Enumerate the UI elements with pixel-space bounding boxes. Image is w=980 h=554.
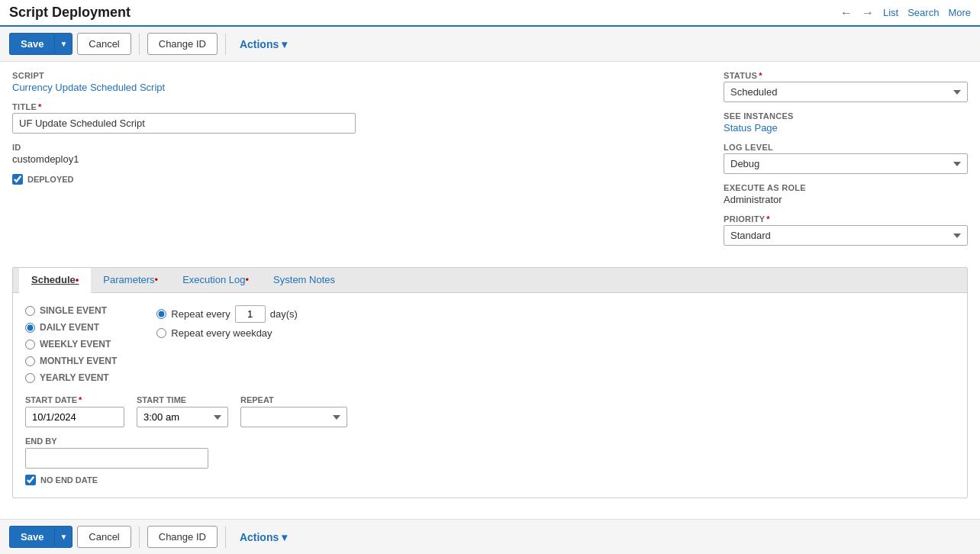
execute-as-field: EXECUTE AS ROLE Administrator (724, 183, 968, 205)
more-link[interactable]: More (948, 7, 971, 18)
repeat-weekday-radio[interactable] (156, 328, 166, 338)
schedule-date-time-fields: START DATE* START TIME 3:00 am 12:00 am … (25, 395, 955, 427)
monthly-event-option: MONTHLY EVENT (25, 356, 117, 366)
end-by-input[interactable] (25, 448, 208, 469)
daily-event-option: DAILY EVENT (25, 322, 117, 333)
repeat-unit: day(s) (270, 308, 298, 320)
id-value: customdeploy1 (12, 153, 708, 165)
priority-label: PRIORITY* (724, 214, 968, 224)
start-date-label: START DATE* (25, 395, 124, 404)
start-time-label: START TIME (137, 395, 228, 404)
execute-as-value: Administrator (724, 194, 968, 205)
change-id-button[interactable]: Change ID (147, 33, 218, 55)
script-field: SCRIPT Currency Update Scheduled Script (12, 71, 708, 93)
form-right: STATUS* Scheduled Not Scheduled Testing … (724, 71, 968, 255)
status-label: STATUS* (724, 71, 968, 80)
weekly-event-label: WEEKLY EVENT (40, 339, 111, 349)
deployed-label: DEPLOYED (27, 175, 74, 184)
event-type-group: SINGLE EVENT DAILY EVENT WEEKLY EVENT (25, 305, 117, 383)
repeat-weekday-row: Repeat every weekday (156, 327, 297, 339)
start-date-field: START DATE* (25, 395, 124, 427)
start-date-input[interactable] (25, 407, 124, 427)
page-title: Script Deployment (9, 5, 131, 21)
single-event-radio[interactable] (25, 306, 35, 316)
yearly-event-label: YEARLY EVENT (40, 372, 109, 383)
single-event-option: SINGLE EVENT (25, 305, 117, 316)
end-by-section: END BY NO END DATE (25, 436, 955, 485)
save-dropdown-arrow[interactable]: ▼ (54, 33, 73, 55)
repeat-weekday-label: Repeat every weekday (171, 327, 272, 339)
id-field: ID customdeploy1 (12, 143, 708, 165)
daily-event-label: DAILY EVENT (40, 322, 99, 333)
daily-options: Repeat every day(s) Repeat every weekday (156, 305, 297, 395)
title-input[interactable] (12, 113, 356, 134)
tabs-body: SINGLE EVENT DAILY EVENT WEEKLY EVENT (13, 293, 967, 498)
deployed-checkbox[interactable] (12, 174, 23, 185)
save-button[interactable]: Save (9, 33, 54, 55)
yearly-event-radio[interactable] (25, 373, 35, 383)
tab-schedule[interactable]: Schedule• (19, 268, 91, 293)
form-section: SCRIPT Currency Update Scheduled Script … (12, 71, 968, 255)
status-page-link[interactable]: Status Page (724, 122, 778, 134)
tabs-container: Schedule• Parameters• Execution Log• Sys… (12, 267, 968, 498)
repeat-field: REPEAT Every Minute Every 15 Minutes Eve… (240, 395, 347, 427)
tab-execution-log[interactable]: Execution Log• (170, 268, 261, 293)
execute-as-label: EXECUTE AS ROLE (724, 183, 968, 192)
forward-arrow-icon[interactable]: → (862, 6, 874, 20)
weekly-event-radio[interactable] (25, 340, 35, 349)
log-level-select[interactable]: Debug Audit Error Emergency (724, 153, 968, 174)
priority-field: PRIORITY* Standard High (724, 214, 968, 246)
see-instances-field: SEE INSTANCES Status Page (724, 111, 968, 134)
back-arrow-icon[interactable]: ← (840, 6, 853, 20)
monthly-event-radio[interactable] (25, 356, 35, 366)
tab-parameters[interactable]: Parameters• (91, 268, 170, 293)
priority-select[interactable]: Standard High (724, 225, 968, 246)
end-by-label: END BY (25, 436, 955, 446)
main-content: SCRIPT Currency Update Scheduled Script … (0, 62, 980, 507)
repeat-select[interactable]: Every Minute Every 15 Minutes Every 30 M… (240, 407, 347, 427)
search-link[interactable]: Search (907, 7, 939, 18)
save-button-group: Save ▼ (9, 33, 73, 55)
cancel-button[interactable]: Cancel (77, 33, 131, 55)
actions-button[interactable]: Actions ▾ (234, 34, 293, 55)
log-level-label: LOG LEVEL (724, 143, 968, 152)
no-end-date-label: NO END DATE (40, 475, 98, 485)
start-time-field: START TIME 3:00 am 12:00 am 1:00 am 2:00… (137, 395, 228, 427)
status-field: STATUS* Scheduled Not Scheduled Testing (724, 71, 968, 102)
form-left: SCRIPT Currency Update Scheduled Script … (12, 71, 708, 255)
top-toolbar: Save ▼ Cancel Change ID Actions ▾ (0, 27, 980, 62)
repeat-every-row: Repeat every day(s) (156, 305, 297, 323)
repeat-every-input[interactable] (235, 305, 266, 323)
list-link[interactable]: List (883, 7, 898, 18)
tabs-header: Schedule• Parameters• Execution Log• Sys… (13, 268, 967, 293)
start-time-select[interactable]: 3:00 am 12:00 am 1:00 am 2:00 am 4:00 am… (137, 407, 228, 427)
see-instances-label: SEE INSTANCES (724, 111, 968, 121)
no-end-date-row: NO END DATE (25, 475, 955, 485)
monthly-event-label: MONTHLY EVENT (40, 356, 117, 366)
repeat-label: REPEAT (240, 395, 347, 404)
yearly-event-option: YEARLY EVENT (25, 372, 117, 383)
script-label: SCRIPT (12, 71, 708, 80)
title-field: TITLE* (12, 102, 708, 134)
daily-event-radio[interactable] (25, 323, 35, 333)
script-link[interactable]: Currency Update Scheduled Script (12, 82, 165, 93)
header-nav: ← → List Search More (840, 6, 971, 20)
page-header: Script Deployment ← → List Search More (0, 0, 980, 27)
log-level-field: LOG LEVEL Debug Audit Error Emergency (724, 143, 968, 174)
toolbar-separator-2 (225, 34, 226, 55)
deployed-row: DEPLOYED (12, 174, 708, 185)
repeat-every-radio[interactable] (156, 309, 166, 319)
schedule-content: SINGLE EVENT DAILY EVENT WEEKLY EVENT (25, 305, 955, 485)
title-label: TITLE* (12, 102, 708, 111)
weekly-event-option: WEEKLY EVENT (25, 339, 117, 349)
status-select[interactable]: Scheduled Not Scheduled Testing (724, 82, 968, 102)
tab-system-notes[interactable]: System Notes (261, 268, 347, 293)
repeat-every-label: Repeat every (171, 308, 230, 320)
single-event-label: SINGLE EVENT (40, 305, 107, 316)
id-label: ID (12, 143, 708, 152)
toolbar-separator (139, 34, 140, 55)
no-end-date-checkbox[interactable] (25, 475, 36, 485)
